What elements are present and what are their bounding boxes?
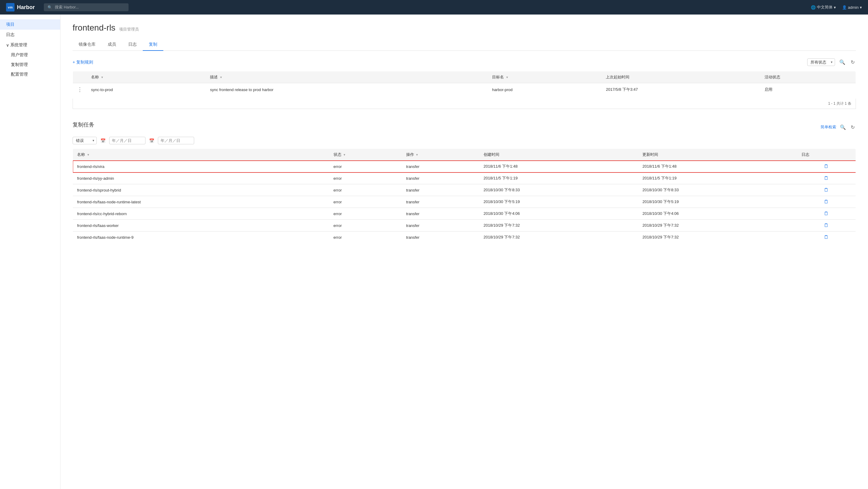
table-row: frontend-rls/vira error transfer 2018/11… bbox=[73, 161, 856, 172]
col-description: 描述 ▾ bbox=[206, 71, 488, 83]
date-start-input[interactable] bbox=[109, 137, 146, 144]
sidebar-group-system[interactable]: ∨ 系统管理 bbox=[0, 40, 60, 50]
table-row: frontend-rls/yy-admin error transfer 201… bbox=[73, 172, 856, 184]
row-task-name: frontend-rls/faas-worker bbox=[73, 220, 329, 231]
search-placeholder: 搜索 Harbor... bbox=[55, 4, 79, 10]
globe-icon: 🌐 bbox=[811, 5, 816, 10]
row-task-operation: transfer bbox=[402, 161, 479, 172]
row-task-log[interactable]: 🗒 bbox=[797, 172, 856, 184]
row-task-created: 2018/10/30 下午8:33 bbox=[479, 184, 639, 196]
row-task-operation: transfer bbox=[402, 220, 479, 231]
tasks-filter-row: 错误 📅 📅 bbox=[72, 137, 856, 144]
col-task-updated: 更新时间 bbox=[638, 149, 797, 161]
row-task-log[interactable]: 🗒 bbox=[797, 196, 856, 208]
log-icon[interactable]: 🗒 bbox=[824, 234, 829, 240]
row-task-status: error bbox=[329, 196, 402, 208]
row-task-name: frontend-rls/yy-admin bbox=[73, 172, 329, 184]
row-task-name: frontend-rls/sprout-hybrid bbox=[73, 184, 329, 196]
log-icon[interactable]: 🗒 bbox=[824, 164, 829, 169]
rules-pagination: 1 - 1 共计 1 条 bbox=[72, 99, 856, 109]
row-task-log[interactable]: 🗒 bbox=[797, 161, 856, 172]
row-task-name: frontend-rls/vira bbox=[73, 161, 329, 172]
date-end-input[interactable] bbox=[158, 137, 194, 144]
replication-tasks-section: 复制任务 简单检索 🔍 ↻ 错误 📅 📅 bbox=[72, 121, 856, 243]
replication-rules-table: 名称 ▾ 描述 ▾ 目标名 ▾ 上次起始时间 活动状态 bbox=[72, 71, 856, 96]
log-icon[interactable]: 🗒 bbox=[824, 223, 829, 228]
col-status: 活动状态 bbox=[760, 71, 856, 83]
calendar-icon-end: 📅 bbox=[149, 138, 154, 143]
sidebar-item-user-mgmt[interactable]: 用户管理 bbox=[0, 50, 60, 60]
status-filter-select[interactable]: 所有状态 bbox=[807, 58, 835, 66]
row-task-log[interactable]: 🗒 bbox=[797, 220, 856, 231]
row-status: 启用 bbox=[760, 83, 856, 96]
sidebar-group-label: 系统管理 bbox=[10, 42, 27, 48]
col-checkbox bbox=[73, 71, 87, 83]
row-task-operation: transfer bbox=[402, 184, 479, 196]
row-task-created: 2018/10/30 下午4:06 bbox=[479, 208, 639, 220]
row-description: sync frontend release to prod harbor bbox=[206, 83, 488, 96]
tasks-search-icon-button[interactable]: 🔍 bbox=[839, 123, 847, 131]
main-content: frontend-rls 项目管理员 镜像仓库 成员 日志 复制 + 复制规则 bbox=[61, 15, 868, 489]
col-task-operation: 操作 ▾ bbox=[402, 149, 479, 161]
chevron-down-icon: ∨ bbox=[6, 43, 9, 48]
col-task-log: 日志 bbox=[797, 149, 856, 161]
col-task-name: 名称 ▾ bbox=[73, 149, 329, 161]
tab-image-repo[interactable]: 镜像仓库 bbox=[72, 39, 102, 51]
row-task-created: 2018/10/30 下午5:19 bbox=[479, 196, 639, 208]
log-icon[interactable]: 🗒 bbox=[824, 175, 829, 181]
replication-tasks-table: 名称 ▾ 状态 ▾ 操作 ▾ 创建时间 bbox=[72, 149, 856, 243]
search-icon-button[interactable]: 🔍 bbox=[838, 58, 846, 66]
log-icon[interactable]: 🗒 bbox=[824, 187, 829, 193]
tasks-refresh-icon-button[interactable]: ↻ bbox=[849, 123, 856, 131]
row-task-name: frontend-rls/faas-node-runtime-latest bbox=[73, 196, 329, 208]
sort-icon: ▾ bbox=[416, 153, 418, 156]
tasks-toolbar: 复制任务 简单检索 🔍 ↻ bbox=[72, 121, 856, 133]
log-icon[interactable]: 🗒 bbox=[824, 199, 829, 204]
user-menu[interactable]: 👤 admin ▾ bbox=[842, 5, 862, 10]
row-task-updated: 2018/10/29 下午7:32 bbox=[638, 220, 797, 231]
simple-search-button[interactable]: 简单检索 bbox=[820, 124, 836, 130]
error-filter-wrapper: 错误 bbox=[72, 137, 97, 144]
sidebar-item-replication-mgmt[interactable]: 复制管理 bbox=[0, 60, 60, 69]
col-last-start: 上次起始时间 bbox=[601, 71, 760, 83]
page-subtitle: 项目管理员 bbox=[119, 27, 139, 32]
error-filter-select[interactable]: 错误 bbox=[72, 137, 97, 144]
sidebar-item-logs[interactable]: 日志 bbox=[0, 30, 60, 40]
add-replication-rule-button[interactable]: + 复制规则 bbox=[72, 58, 93, 66]
sidebar-item-projects[interactable]: 项目 bbox=[0, 19, 60, 30]
sort-icon: ▾ bbox=[220, 75, 222, 79]
row-task-created: 2018/10/29 下午7:32 bbox=[479, 220, 639, 231]
language-selector[interactable]: 🌐 中文简体 ▾ bbox=[811, 4, 836, 10]
tab-logs[interactable]: 日志 bbox=[122, 39, 143, 51]
row-task-operation: transfer bbox=[402, 208, 479, 220]
refresh-icon-button[interactable]: ↻ bbox=[849, 58, 856, 66]
row-task-created: 2018/10/29 下午7:32 bbox=[479, 231, 639, 243]
log-icon[interactable]: 🗒 bbox=[824, 211, 829, 216]
row-task-log[interactable]: 🗒 bbox=[797, 231, 856, 243]
language-label: 中文简体 bbox=[817, 4, 833, 10]
toolbar-right: 所有状态 🔍 ↻ bbox=[807, 58, 856, 66]
row-task-log[interactable]: 🗒 bbox=[797, 184, 856, 196]
brand[interactable]: vm Harbor bbox=[6, 3, 35, 11]
tab-replication[interactable]: 复制 bbox=[143, 39, 163, 51]
row-task-updated: 2018/11/6 下午1:48 bbox=[638, 161, 797, 172]
sort-icon: ▾ bbox=[506, 75, 508, 79]
row-task-updated: 2018/10/30 下午8:33 bbox=[638, 184, 797, 196]
col-task-created: 创建时间 bbox=[479, 149, 639, 161]
row-task-updated: 2018/10/29 下午7:32 bbox=[638, 231, 797, 243]
row-actions[interactable]: ⋮ bbox=[73, 83, 87, 96]
row-task-status: error bbox=[329, 231, 402, 243]
table-row: frontend-rls/faas-node-runtime-9 error t… bbox=[73, 231, 856, 243]
search-bar[interactable]: 🔍 搜索 Harbor... bbox=[44, 3, 128, 11]
row-task-log[interactable]: 🗒 bbox=[797, 208, 856, 220]
col-target: 目标名 ▾ bbox=[488, 71, 602, 83]
chevron-down-icon: ▾ bbox=[834, 5, 836, 10]
sort-icon: ▾ bbox=[87, 153, 89, 156]
user-icon: 👤 bbox=[842, 5, 847, 10]
row-task-name: frontend-rls/faas-node-runtime-9 bbox=[73, 231, 329, 243]
status-filter-wrapper: 所有状态 bbox=[807, 58, 835, 66]
row-task-operation: transfer bbox=[402, 172, 479, 184]
sidebar-item-config-mgmt[interactable]: 配置管理 bbox=[0, 69, 60, 79]
tab-members[interactable]: 成员 bbox=[102, 39, 122, 51]
tasks-toolbar-right: 简单检索 🔍 ↻ bbox=[820, 123, 856, 131]
